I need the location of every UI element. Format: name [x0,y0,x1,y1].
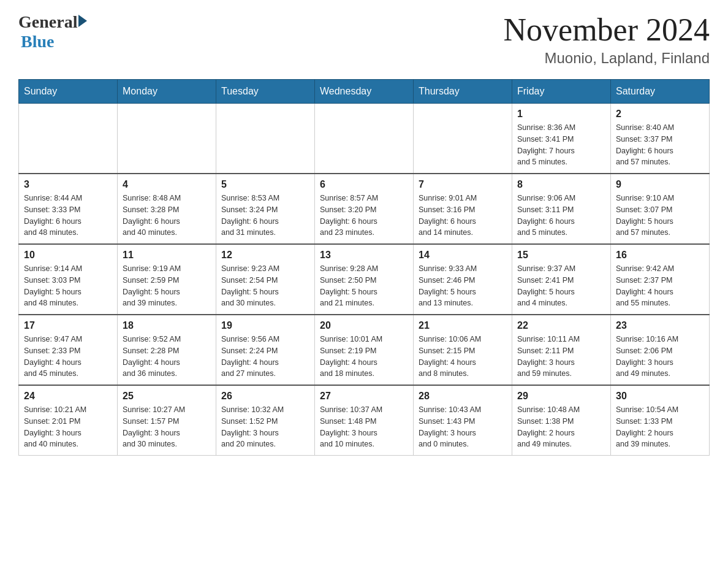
day-info: Sunrise: 9:42 AM Sunset: 2:37 PM Dayligh… [616,263,704,309]
weekday-header-friday: Friday [512,80,611,104]
calendar-cell: 15Sunrise: 9:37 AM Sunset: 2:41 PM Dayli… [512,244,611,315]
day-number: 9 [616,179,704,190]
weekday-header-saturday: Saturday [611,80,710,104]
calendar-week-5: 24Sunrise: 10:21 AM Sunset: 2:01 PM Dayl… [19,385,710,456]
calendar-cell: 28Sunrise: 10:43 AM Sunset: 1:43 PM Dayl… [414,385,512,456]
day-info: Sunrise: 10:37 AM Sunset: 1:48 PM Daylig… [320,404,408,450]
day-info: Sunrise: 8:53 AM Sunset: 3:24 PM Dayligh… [221,193,309,239]
calendar-cell: 1Sunrise: 8:36 AM Sunset: 3:41 PM Daylig… [512,104,611,174]
calendar-cell [414,104,512,174]
calendar-cell: 25Sunrise: 10:27 AM Sunset: 1:57 PM Dayl… [118,385,216,456]
day-info: Sunrise: 9:06 AM Sunset: 3:11 PM Dayligh… [517,193,605,239]
day-number: 18 [123,320,211,331]
day-info: Sunrise: 9:33 AM Sunset: 2:46 PM Dayligh… [419,263,507,309]
calendar-cell: 14Sunrise: 9:33 AM Sunset: 2:46 PM Dayli… [414,244,512,315]
calendar-cell: 26Sunrise: 10:32 AM Sunset: 1:52 PM Dayl… [216,385,315,456]
weekday-header-thursday: Thursday [414,80,512,104]
day-number: 25 [123,391,211,402]
calendar-cell: 5Sunrise: 8:53 AM Sunset: 3:24 PM Daylig… [216,174,315,244]
calendar-cell [315,104,414,174]
calendar-week-2: 3Sunrise: 8:44 AM Sunset: 3:33 PM Daylig… [19,174,710,244]
calendar-table: SundayMondayTuesdayWednesdayThursdayFrid… [18,79,710,456]
day-info: Sunrise: 8:57 AM Sunset: 3:20 PM Dayligh… [320,193,408,239]
logo-blue: Blue [21,32,54,51]
day-number: 24 [24,391,112,402]
calendar-cell: 19Sunrise: 9:56 AM Sunset: 2:24 PM Dayli… [216,315,315,385]
calendar-cell: 2Sunrise: 8:40 AM Sunset: 3:37 PM Daylig… [611,104,710,174]
day-info: Sunrise: 9:37 AM Sunset: 2:41 PM Dayligh… [517,263,605,309]
calendar-week-4: 17Sunrise: 9:47 AM Sunset: 2:33 PM Dayli… [19,315,710,385]
day-info: Sunrise: 9:56 AM Sunset: 2:24 PM Dayligh… [221,334,309,380]
day-info: Sunrise: 8:40 AM Sunset: 3:37 PM Dayligh… [616,122,704,168]
calendar-cell [118,104,216,174]
calendar-cell: 3Sunrise: 8:44 AM Sunset: 3:33 PM Daylig… [19,174,118,244]
day-info: Sunrise: 9:10 AM Sunset: 3:07 PM Dayligh… [616,193,704,239]
day-number: 15 [517,250,605,261]
logo-general: General [18,12,77,32]
day-info: Sunrise: 10:06 AM Sunset: 2:15 PM Daylig… [419,334,507,380]
day-info: Sunrise: 10:01 AM Sunset: 2:19 PM Daylig… [320,334,408,380]
day-number: 6 [320,179,408,190]
weekday-header-sunday: Sunday [19,80,118,104]
day-info: Sunrise: 9:28 AM Sunset: 2:50 PM Dayligh… [320,263,408,309]
calendar-cell: 9Sunrise: 9:10 AM Sunset: 3:07 PM Daylig… [611,174,710,244]
calendar-cell: 8Sunrise: 9:06 AM Sunset: 3:11 PM Daylig… [512,174,611,244]
day-info: Sunrise: 10:32 AM Sunset: 1:52 PM Daylig… [221,404,309,450]
calendar-cell: 6Sunrise: 8:57 AM Sunset: 3:20 PM Daylig… [315,174,414,244]
calendar-cell: 18Sunrise: 9:52 AM Sunset: 2:28 PM Dayli… [118,315,216,385]
weekday-header-wednesday: Wednesday [315,80,414,104]
day-number: 7 [419,179,507,190]
calendar-cell: 4Sunrise: 8:48 AM Sunset: 3:28 PM Daylig… [118,174,216,244]
calendar-cell: 12Sunrise: 9:23 AM Sunset: 2:54 PM Dayli… [216,244,315,315]
day-number: 13 [320,250,408,261]
calendar-week-3: 10Sunrise: 9:14 AM Sunset: 3:03 PM Dayli… [19,244,710,315]
calendar-cell: 20Sunrise: 10:01 AM Sunset: 2:19 PM Dayl… [315,315,414,385]
weekday-header-row: SundayMondayTuesdayWednesdayThursdayFrid… [19,80,710,104]
page-header: General Blue November 2024 Muonio, Lapla… [18,12,710,67]
day-info: Sunrise: 8:48 AM Sunset: 3:28 PM Dayligh… [123,193,211,239]
day-number: 16 [616,250,704,261]
day-number: 8 [517,179,605,190]
day-number: 27 [320,391,408,402]
calendar-cell: 21Sunrise: 10:06 AM Sunset: 2:15 PM Dayl… [414,315,512,385]
day-number: 5 [221,179,309,190]
calendar-cell: 29Sunrise: 10:48 AM Sunset: 1:38 PM Dayl… [512,385,611,456]
day-number: 12 [221,250,309,261]
logo-arrow-icon [78,15,87,27]
day-number: 20 [320,320,408,331]
day-number: 28 [419,391,507,402]
calendar-cell: 16Sunrise: 9:42 AM Sunset: 2:37 PM Dayli… [611,244,710,315]
calendar-cell: 11Sunrise: 9:19 AM Sunset: 2:59 PM Dayli… [118,244,216,315]
day-info: Sunrise: 9:23 AM Sunset: 2:54 PM Dayligh… [221,263,309,309]
calendar-cell: 23Sunrise: 10:16 AM Sunset: 2:06 PM Dayl… [611,315,710,385]
day-info: Sunrise: 9:14 AM Sunset: 3:03 PM Dayligh… [24,263,112,309]
logo: General Blue [18,12,87,52]
weekday-header-tuesday: Tuesday [216,80,315,104]
location-title: Muonio, Lapland, Finland [504,50,710,67]
day-number: 23 [616,320,704,331]
day-info: Sunrise: 10:43 AM Sunset: 1:43 PM Daylig… [419,404,507,450]
calendar-cell [216,104,315,174]
calendar-cell: 10Sunrise: 9:14 AM Sunset: 3:03 PM Dayli… [19,244,118,315]
day-info: Sunrise: 10:54 AM Sunset: 1:33 PM Daylig… [616,404,704,450]
day-number: 4 [123,179,211,190]
day-number: 11 [123,250,211,261]
calendar-cell: 30Sunrise: 10:54 AM Sunset: 1:33 PM Dayl… [611,385,710,456]
day-info: Sunrise: 10:11 AM Sunset: 2:11 PM Daylig… [517,334,605,380]
day-info: Sunrise: 9:01 AM Sunset: 3:16 PM Dayligh… [419,193,507,239]
day-info: Sunrise: 9:52 AM Sunset: 2:28 PM Dayligh… [123,334,211,380]
day-info: Sunrise: 10:48 AM Sunset: 1:38 PM Daylig… [517,404,605,450]
day-number: 22 [517,320,605,331]
day-number: 19 [221,320,309,331]
day-number: 2 [616,109,704,120]
day-number: 21 [419,320,507,331]
day-number: 3 [24,179,112,190]
day-info: Sunrise: 8:36 AM Sunset: 3:41 PM Dayligh… [517,122,605,168]
month-title: November 2024 [504,12,710,47]
calendar-cell: 22Sunrise: 10:11 AM Sunset: 2:11 PM Dayl… [512,315,611,385]
day-number: 17 [24,320,112,331]
day-info: Sunrise: 10:27 AM Sunset: 1:57 PM Daylig… [123,404,211,450]
day-number: 29 [517,391,605,402]
calendar-cell: 17Sunrise: 9:47 AM Sunset: 2:33 PM Dayli… [19,315,118,385]
calendar-cell: 13Sunrise: 9:28 AM Sunset: 2:50 PM Dayli… [315,244,414,315]
